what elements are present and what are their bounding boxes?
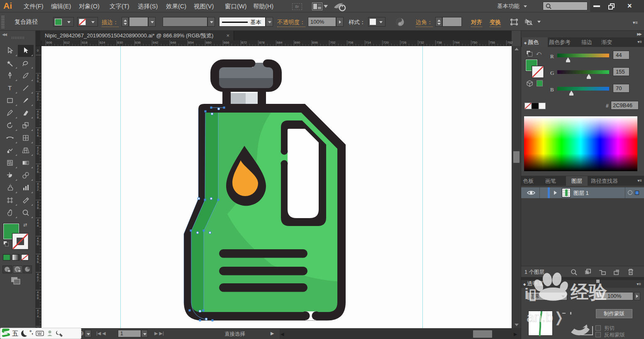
svg-text:T: T xyxy=(8,84,12,91)
svg-text:°,: °, xyxy=(29,329,33,335)
svg-text:五: 五 xyxy=(12,330,18,337)
